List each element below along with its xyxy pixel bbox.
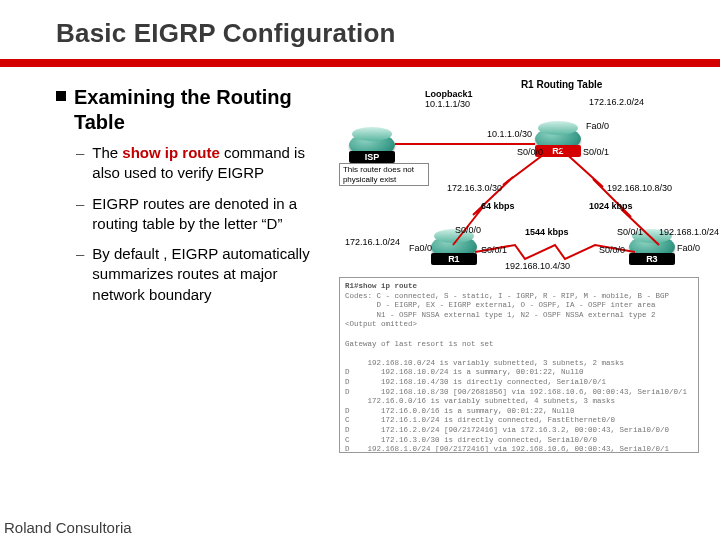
section-heading-text: Examining the Routing Table: [74, 85, 329, 135]
list-item-text: EIGRP routes are denoted in a routing ta…: [92, 194, 329, 235]
loopback-label: Loopback1: [425, 89, 473, 99]
diagram-panel: R1 Routing Table Loopback1 10.1.1.1/30 I…: [339, 85, 680, 495]
bullet-list: – The show ip route command is also used…: [56, 143, 329, 305]
dash-icon: –: [76, 194, 84, 235]
iface-label: Fa0/0: [409, 243, 432, 253]
router-isp-label: ISP: [349, 151, 395, 163]
iface-label: S0/0/1: [617, 227, 643, 237]
bandwidth-label: 64 kbps: [481, 201, 515, 211]
cli-output: R1#show ip route Codes: C - connected, S…: [339, 277, 699, 453]
link-r2-r3: [559, 147, 669, 247]
iface-label: S0/0/0: [599, 245, 625, 255]
list-item: – EIGRP routes are denoted in a routing …: [76, 194, 329, 235]
bandwidth-label: 1544 kbps: [525, 227, 569, 237]
iface-label: S0/0/0: [455, 225, 481, 235]
ip-label: 192.168.10.4/30: [505, 261, 570, 271]
ip-label: 192.168.1.0/24: [659, 227, 719, 237]
dash-icon: –: [76, 244, 84, 305]
bandwidth-label: 1024 kbps: [589, 201, 633, 211]
bullet-square-icon: [56, 91, 66, 101]
link-isp-r2: [395, 143, 535, 145]
content-row: Examining the Routing Table – The show i…: [56, 85, 680, 495]
accent-bar: [0, 59, 720, 67]
ip-label: 172.16.3.0/30: [447, 183, 502, 193]
list-item: – The show ip route command is also used…: [76, 143, 329, 184]
iface-label: S0/0/0: [517, 147, 543, 157]
footer-text: Roland Consultoria: [0, 513, 720, 540]
router-r1-label: R1: [431, 253, 477, 265]
router-isp-icon: ISP: [349, 133, 395, 157]
router-r3-label: R3: [629, 253, 675, 265]
ip-label: 192.168.10.8/30: [607, 183, 672, 193]
section-heading: Examining the Routing Table: [56, 85, 329, 135]
page-title: Basic EIGRP Configuration: [56, 18, 680, 49]
dash-icon: –: [76, 143, 84, 184]
ip-label: 10.1.1.0/30: [487, 129, 532, 139]
iface-label: Fa0/0: [586, 121, 609, 131]
list-item-text: By default , EIGRP automatically summari…: [92, 244, 329, 305]
iface-label: S0/0/1: [583, 147, 609, 157]
list-item-text: The show ip route command is also used t…: [92, 143, 329, 184]
ip-label: 172.16.1.0/24: [345, 237, 400, 247]
loopback-ip: 10.1.1.1/30: [425, 99, 470, 109]
command-text: show ip route: [122, 144, 220, 161]
iface-label: S0/0/1: [481, 245, 507, 255]
iface-label: Fa0/0: [677, 243, 700, 253]
ip-label: 172.16.2.0/24: [589, 97, 644, 107]
left-column: Examining the Routing Table – The show i…: [56, 85, 329, 495]
list-item: – By default , EIGRP automatically summa…: [76, 244, 329, 305]
note-no-physical: This router does not physically exist: [339, 163, 429, 186]
routing-table-title: R1 Routing Table: [521, 79, 602, 90]
